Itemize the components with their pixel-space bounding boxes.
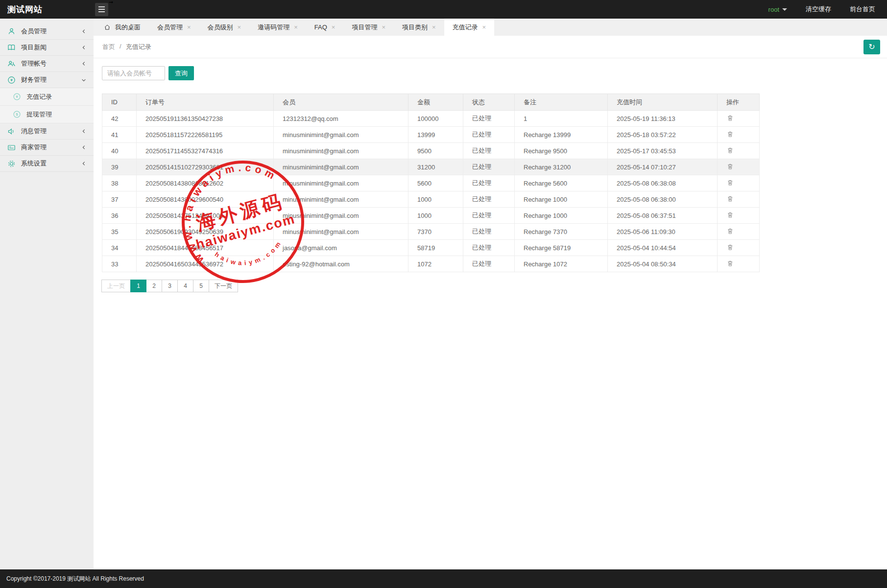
- cell-status: 已处理: [463, 224, 515, 240]
- tab-label: 会员管理: [157, 23, 183, 32]
- tab-item[interactable]: 项目管理×: [343, 19, 394, 36]
- tab-close-icon[interactable]: ×: [382, 24, 385, 31]
- trash-icon: [727, 212, 734, 219]
- cell-time: 2025-05-08 06:38:00: [608, 191, 718, 208]
- tab-item[interactable]: 邀请码管理×: [249, 19, 306, 36]
- cell-order: 2025051415102729303681: [137, 159, 274, 175]
- refresh-button[interactable]: ↻: [863, 40, 880, 54]
- tab-item[interactable]: 充值记录×: [444, 19, 495, 36]
- pagination-page-button[interactable]: 3: [162, 280, 178, 292]
- pagination: 上一页12345下一页: [102, 280, 879, 292]
- cell-id: 42: [102, 111, 137, 127]
- member-account-input[interactable]: [102, 66, 165, 80]
- cell-id: 40: [102, 143, 137, 159]
- cell-actions: [718, 143, 760, 159]
- delete-button[interactable]: [726, 163, 735, 171]
- svg-text:$: $: [16, 112, 18, 117]
- pagination-page-button[interactable]: 1: [130, 280, 146, 292]
- breadcrumb-row: 首页 / 充值记录 ↻: [94, 36, 887, 58]
- breadcrumb-current: 充值记录: [126, 43, 151, 51]
- frontend-home-button[interactable]: 前台首页: [850, 5, 875, 14]
- table-row: 412025051811572226581195minusminimint@gm…: [102, 127, 760, 143]
- cell-actions: [718, 208, 760, 224]
- delete-button[interactable]: [726, 211, 735, 220]
- breadcrumb-separator: /: [120, 43, 121, 51]
- sidebar-item[interactable]: 管理帐号: [0, 56, 94, 72]
- tab-close-icon[interactable]: ×: [187, 24, 191, 31]
- cell-member: minusminimint@gmail.com: [274, 159, 408, 175]
- delete-button[interactable]: [726, 130, 735, 139]
- cell-order: 2025050418445483456517: [137, 240, 274, 256]
- cell-time: 2025-05-19 11:36:13: [608, 111, 718, 127]
- tab-item[interactable]: 会员管理×: [149, 19, 199, 36]
- tab-item[interactable]: FAQ×: [306, 19, 344, 36]
- tab-item[interactable]: 会员级别×: [199, 19, 250, 36]
- tab-close-icon[interactable]: ×: [238, 24, 241, 31]
- delete-button[interactable]: [726, 259, 735, 268]
- delete-button[interactable]: [726, 243, 735, 252]
- cell-actions: [718, 111, 760, 127]
- sidebar-item[interactable]: ¥财务管理: [0, 72, 94, 88]
- column-header: 操作: [718, 94, 760, 111]
- pagination-page-button[interactable]: 5: [193, 280, 209, 292]
- cell-member: minusminimint@gmail.com: [274, 208, 408, 224]
- sidebar-subitem[interactable]: $提现管理: [0, 106, 94, 123]
- delete-button[interactable]: [726, 146, 735, 155]
- tab-item[interactable]: 项目类别×: [394, 19, 444, 36]
- delete-button[interactable]: [726, 179, 735, 188]
- chevron-left-icon: [81, 29, 86, 34]
- tab-label: 会员级别: [208, 23, 233, 32]
- pagination-next-button[interactable]: 下一页: [209, 280, 238, 292]
- cell-status: 已处理: [463, 191, 515, 208]
- pagination-page-button[interactable]: 4: [177, 280, 193, 292]
- cell-remark: Recharge 1072: [515, 256, 608, 272]
- cell-actions: [718, 256, 760, 272]
- cell-order: 2025050619093049250639: [137, 224, 274, 240]
- delete-button[interactable]: [726, 114, 735, 123]
- chevron-left-icon: [81, 161, 86, 166]
- cell-id: 37: [102, 191, 137, 208]
- trash-icon: [727, 260, 734, 267]
- sidebar-nav: 会员管理项目新闻管理帐号¥财务管理¥充值记录$提现管理消息管理商家管理系统设置: [0, 19, 94, 569]
- hamburger-icon: [98, 6, 105, 7]
- cell-actions: [718, 175, 760, 191]
- table-row: 392025051415102729303681minusminimint@gm…: [102, 159, 760, 175]
- sidebar-item[interactable]: 系统设置: [0, 156, 94, 172]
- withdraw-icon: $: [13, 110, 21, 118]
- clear-cache-button[interactable]: 清空缓存: [806, 5, 831, 14]
- cell-id: 35: [102, 224, 137, 240]
- delete-button[interactable]: [726, 227, 735, 236]
- cell-time: 2025-05-04 10:44:54: [608, 240, 718, 256]
- sidebar-item[interactable]: 项目新闻: [0, 40, 94, 56]
- tab-close-icon[interactable]: ×: [432, 24, 436, 31]
- sidebar-item-label: 管理帐号: [21, 59, 47, 68]
- sidebar-item[interactable]: 会员管理: [0, 24, 94, 40]
- tab-label: 项目类别: [402, 23, 428, 32]
- admin-dashboard: 测试网站 ➞ root 清空缓存 前台首页 会员管理项目新闻管理帐号¥财务管理¥…: [0, 0, 887, 588]
- user-menu-toggle[interactable]: root: [768, 6, 787, 13]
- member-icon: [7, 27, 16, 36]
- delete-button[interactable]: [726, 195, 735, 204]
- tab-item[interactable]: 我的桌面: [96, 19, 149, 36]
- sidebar-item[interactable]: 消息管理: [0, 123, 94, 140]
- sidebar-item[interactable]: 商家管理: [0, 140, 94, 156]
- sidebar-subitem[interactable]: ¥充值记录: [0, 88, 94, 106]
- cell-time: 2025-05-17 03:45:53: [608, 143, 718, 159]
- cell-actions: [718, 224, 760, 240]
- sidebar-item-label: 项目新闻: [21, 43, 47, 52]
- tab-label: FAQ: [314, 24, 327, 31]
- cell-id: 36: [102, 208, 137, 224]
- pagination-prev-button[interactable]: 上一页: [101, 280, 131, 292]
- tab-close-icon[interactable]: ×: [482, 24, 486, 31]
- cell-status: 已处理: [463, 256, 515, 272]
- tab-close-icon[interactable]: ×: [294, 24, 298, 31]
- cell-actions: [718, 159, 760, 175]
- sidebar-item-label: 商家管理: [21, 143, 47, 152]
- query-button[interactable]: 查询: [168, 66, 194, 80]
- trash-icon: [727, 180, 734, 187]
- sidebar-toggle-button[interactable]: [95, 3, 108, 16]
- tab-close-icon[interactable]: ×: [332, 24, 336, 31]
- breadcrumb-home-link[interactable]: 首页: [102, 43, 115, 51]
- cell-order: 2025051711455327474316: [137, 143, 274, 159]
- pagination-page-button[interactable]: 2: [146, 280, 162, 292]
